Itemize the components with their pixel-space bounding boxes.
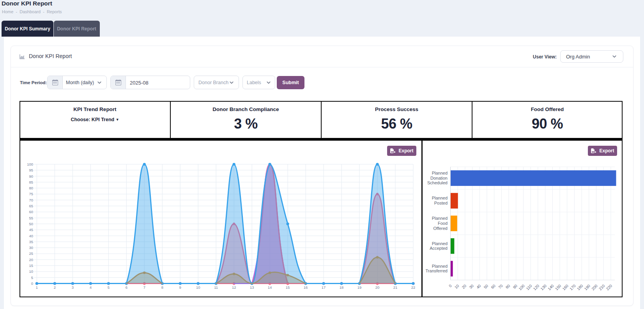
svg-text:75: 75: [29, 192, 33, 196]
svg-text:15: 15: [29, 263, 33, 268]
svg-text:210: 210: [598, 283, 606, 291]
svg-text:Planned: Planned: [432, 171, 448, 175]
svg-text:7: 7: [143, 285, 145, 290]
svg-text:18: 18: [340, 285, 344, 290]
svg-text:Scheduled: Scheduled: [427, 180, 448, 185]
svg-text:100: 100: [518, 283, 525, 291]
svg-text:Offered: Offered: [433, 226, 448, 231]
svg-text:20: 20: [461, 283, 467, 290]
svg-text:120: 120: [533, 283, 540, 291]
svg-text:150: 150: [554, 283, 562, 291]
svg-text:95: 95: [29, 168, 33, 172]
svg-text:60: 60: [29, 210, 33, 214]
svg-text:130: 130: [540, 283, 547, 291]
svg-text:4: 4: [90, 285, 92, 290]
svg-text:170: 170: [569, 283, 577, 291]
svg-text:12: 12: [232, 285, 236, 290]
svg-text:140: 140: [547, 283, 555, 291]
svg-text:80: 80: [29, 186, 33, 190]
svg-text:50: 50: [29, 222, 33, 226]
svg-text:200: 200: [591, 283, 598, 291]
svg-text:8: 8: [161, 285, 163, 290]
svg-text:100: 100: [27, 162, 33, 166]
svg-text:17: 17: [322, 285, 326, 290]
svg-text:60: 60: [490, 283, 496, 290]
svg-text:55: 55: [29, 216, 33, 220]
svg-text:30: 30: [468, 283, 474, 290]
svg-text:40: 40: [476, 283, 482, 290]
svg-text:10: 10: [29, 269, 33, 274]
svg-text:20: 20: [375, 285, 380, 290]
svg-text:2: 2: [54, 285, 56, 290]
svg-text:Planned: Planned: [432, 216, 448, 221]
svg-text:Donation: Donation: [430, 176, 448, 180]
svg-text:Planned: Planned: [432, 196, 448, 200]
svg-text:13: 13: [250, 285, 254, 290]
svg-text:Food: Food: [438, 221, 448, 226]
svg-text:1: 1: [36, 285, 38, 290]
svg-text:11: 11: [214, 285, 218, 290]
svg-text:90: 90: [512, 283, 518, 290]
svg-text:30: 30: [29, 245, 33, 250]
svg-text:220: 220: [605, 283, 613, 291]
svg-text:180: 180: [576, 283, 584, 291]
svg-text:65: 65: [29, 204, 33, 208]
svg-text:Accepted: Accepted: [430, 246, 448, 251]
svg-text:3: 3: [72, 285, 74, 290]
svg-text:25: 25: [29, 251, 33, 256]
svg-text:40: 40: [29, 234, 33, 238]
svg-text:9: 9: [179, 285, 181, 290]
svg-text:70: 70: [29, 198, 33, 202]
svg-text:Planned: Planned: [432, 241, 448, 246]
svg-text:Transferred: Transferred: [426, 268, 448, 273]
svg-text:15: 15: [286, 285, 290, 290]
svg-text:14: 14: [268, 285, 272, 290]
svg-text:19: 19: [357, 285, 362, 290]
svg-text:90: 90: [29, 174, 33, 178]
svg-text:45: 45: [29, 228, 33, 232]
svg-text:20: 20: [29, 258, 33, 262]
svg-text:22: 22: [411, 285, 416, 290]
svg-text:16: 16: [304, 285, 308, 290]
svg-text:50: 50: [483, 283, 489, 290]
svg-text:6: 6: [126, 285, 127, 290]
svg-text:85: 85: [29, 180, 33, 184]
svg-text:160: 160: [562, 283, 570, 291]
svg-text:10: 10: [196, 285, 200, 290]
svg-text:0: 0: [448, 283, 453, 288]
svg-text:110: 110: [525, 283, 533, 291]
svg-text:70: 70: [497, 283, 504, 290]
svg-text:5: 5: [108, 285, 110, 290]
svg-text:5: 5: [31, 275, 33, 280]
svg-text:21: 21: [393, 285, 398, 290]
svg-text:80: 80: [505, 283, 511, 290]
svg-text:0: 0: [31, 281, 33, 286]
svg-text:10: 10: [454, 283, 460, 290]
svg-text:Posted: Posted: [434, 201, 448, 205]
svg-text:35: 35: [29, 240, 33, 244]
svg-text:Planned: Planned: [432, 264, 448, 268]
svg-text:190: 190: [584, 283, 591, 291]
